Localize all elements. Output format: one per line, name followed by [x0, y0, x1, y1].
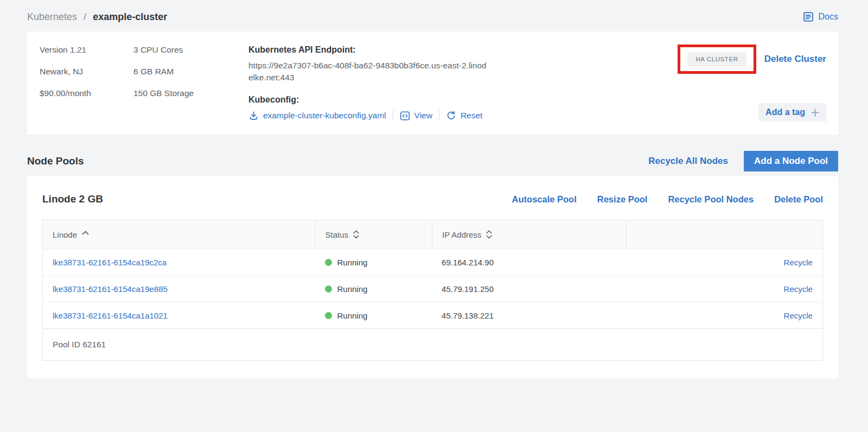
- node-link[interactable]: lke38731-62161-6154ca19e885: [53, 284, 168, 294]
- ip-address: 69.164.214.90: [432, 258, 626, 267]
- kubeconfig-label: Kubeconfig:: [248, 94, 490, 105]
- summary-top-row: HA CLUSTER Delete Cluster: [678, 45, 826, 74]
- node-pool-card: Linode 2 GB Autoscale Pool Resize Pool R…: [27, 176, 838, 378]
- table-row: lke38731-62161-6154ca19c2ca Running 69.1…: [43, 249, 822, 275]
- add-tag-button[interactable]: Add a tag: [758, 103, 826, 122]
- docs-icon: [802, 11, 814, 23]
- cluster-cpu: 3 CPU Cores: [133, 45, 248, 55]
- add-node-pool-button[interactable]: Add a Node Pool: [744, 151, 838, 171]
- status-running-icon: [325, 312, 332, 319]
- node-pools-header: Node Pools Recycle All Nodes Add a Node …: [27, 151, 838, 171]
- add-tag-label: Add a tag: [765, 107, 805, 117]
- node-pools-actions: Recycle All Nodes Add a Node Pool: [648, 151, 838, 171]
- summary-right: HA CLUSTER Delete Cluster Add a tag: [678, 45, 826, 122]
- reset-label: Reset: [461, 111, 483, 120]
- docs-link[interactable]: Docs: [802, 11, 838, 23]
- api-endpoint-url: https://9e2a7307-b6ac-408f-ba62-9483b0b3…: [248, 60, 490, 84]
- column-header-linode[interactable]: Linode: [43, 220, 315, 249]
- breadcrumb-separator: /: [84, 11, 86, 22]
- status-cell: Running: [315, 258, 432, 267]
- pool-name: Linode 2 GB: [42, 193, 103, 205]
- recycle-node-button[interactable]: Recycle: [784, 284, 813, 294]
- status-cell: Running: [315, 284, 432, 294]
- kubeconfig-reset-link[interactable]: Reset: [446, 111, 483, 121]
- kubeconfig-actions: example-cluster-kubeconfig.yaml View: [248, 110, 490, 121]
- ha-cluster-chip: HA CLUSTER: [687, 52, 746, 66]
- autoscale-pool-button[interactable]: Autoscale Pool: [512, 194, 577, 205]
- column-label: Linode: [53, 230, 77, 239]
- node-pools-title: Node Pools: [27, 155, 84, 167]
- column-header-ip-address[interactable]: IP Address: [432, 220, 626, 249]
- column-label: IP Address: [442, 230, 481, 239]
- breadcrumb-kubernetes[interactable]: Kubernetes: [27, 11, 77, 22]
- ip-address: 45.79.138.221: [432, 311, 626, 320]
- ip-address: 45.79.191.250: [432, 284, 626, 294]
- column-label: Status: [326, 230, 349, 239]
- sort-icon: [353, 230, 359, 239]
- kubernetes-cluster-page: Kubernetes / example-cluster Docs Versio…: [0, 0, 868, 378]
- table-row: lke38731-62161-6154ca19e885 Running 45.7…: [43, 275, 822, 302]
- breadcrumb: Kubernetes / example-cluster: [27, 11, 167, 23]
- node-link[interactable]: lke38731-62161-6154ca1a1021: [53, 311, 168, 320]
- reset-icon: [446, 111, 456, 121]
- endpoint-block: Kubernetes API Endpoint: https://9e2a730…: [248, 45, 490, 122]
- nodes-table: Linode Status IP Address: [42, 220, 823, 361]
- breadcrumb-cluster-name: example-cluster: [93, 11, 167, 22]
- specs-column-1: Version 1.21 Newark, NJ $90.00/month: [40, 45, 133, 122]
- status-running-icon: [325, 259, 332, 266]
- recycle-node-button[interactable]: Recycle: [784, 311, 813, 320]
- resize-pool-button[interactable]: Resize Pool: [597, 194, 648, 205]
- cluster-version: Version 1.21: [40, 45, 133, 55]
- status-cell: Running: [315, 311, 432, 320]
- pool-header: Linode 2 GB Autoscale Pool Resize Pool R…: [42, 188, 823, 210]
- status-label: Running: [337, 284, 368, 294]
- cluster-price: $90.00/month: [40, 88, 133, 99]
- sort-icon: [486, 230, 492, 239]
- kubeconfig-filename: example-cluster-kubeconfig.yaml: [263, 111, 386, 120]
- delete-cluster-button[interactable]: Delete Cluster: [764, 54, 826, 65]
- recycle-node-button[interactable]: Recycle: [784, 258, 813, 267]
- plus-icon: [811, 109, 819, 117]
- status-label: Running: [337, 311, 368, 320]
- download-icon: [248, 111, 259, 121]
- table-header-row: Linode Status IP Address: [43, 220, 822, 249]
- status-label: Running: [337, 258, 368, 267]
- pool-id-footer: Pool ID 62161: [43, 328, 822, 360]
- view-label: View: [414, 111, 432, 120]
- divider: [393, 110, 393, 121]
- column-header-actions: [626, 220, 822, 249]
- cluster-ram: 6 GB RAM: [133, 66, 248, 77]
- recycle-pool-nodes-button[interactable]: Recycle Pool Nodes: [668, 194, 754, 205]
- code-view-icon: [400, 111, 410, 121]
- pool-actions: Autoscale Pool Resize Pool Recycle Pool …: [512, 194, 823, 205]
- ha-cluster-annotation-box: HA CLUSTER: [678, 45, 756, 74]
- api-endpoint-label: Kubernetes API Endpoint:: [248, 45, 490, 55]
- kubeconfig-view-link[interactable]: View: [400, 111, 432, 121]
- column-header-status[interactable]: Status: [315, 220, 432, 249]
- cluster-summary-card: Version 1.21 Newark, NJ $90.00/month 3 C…: [27, 31, 838, 135]
- divider: [439, 110, 439, 121]
- delete-pool-button[interactable]: Delete Pool: [774, 194, 823, 205]
- specs-column-2: 3 CPU Cores 6 GB RAM 150 GB Storage: [133, 45, 248, 122]
- sort-asc-icon: [82, 231, 89, 235]
- node-link[interactable]: lke38731-62161-6154ca19c2ca: [53, 258, 167, 267]
- status-running-icon: [325, 285, 332, 293]
- cluster-storage: 150 GB Storage: [133, 88, 248, 99]
- docs-label: Docs: [819, 12, 838, 22]
- topbar: Kubernetes / example-cluster Docs: [27, 0, 838, 31]
- recycle-all-nodes-button[interactable]: Recycle All Nodes: [648, 156, 728, 167]
- cluster-region: Newark, NJ: [40, 66, 133, 77]
- table-row: lke38731-62161-6154ca1a1021 Running 45.7…: [43, 302, 822, 328]
- kubeconfig-download-link[interactable]: example-cluster-kubeconfig.yaml: [248, 111, 386, 121]
